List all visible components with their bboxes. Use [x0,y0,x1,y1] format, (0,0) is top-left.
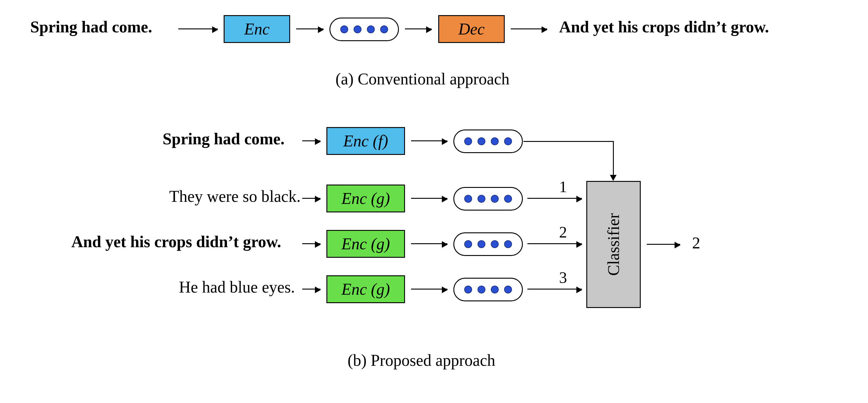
embedding-dot-icon [504,286,512,293]
embedding-dot-icon [464,240,472,248]
partb-encoder-g-label-2: Enc (g) [342,234,390,253]
partb-candidate-3-index: 3 [559,269,567,287]
arrow-parta-dec-to-output [511,28,547,29]
arrow-partb-c2-to-encg [302,243,320,244]
arrow-partb-input-to-encf [302,140,320,141]
arrow-parta-input-to-enc [178,28,218,29]
embedding-dot-icon [477,137,485,145]
partb-output-label: 2 [692,234,700,252]
arrow-partb-classifier-to-out [647,244,680,245]
embedding-dot-icon [477,286,485,293]
partb-candidate-2-index: 2 [559,223,567,241]
partb-encoder-g-label-3: Enc (g) [342,280,390,298]
embedding-dot-icon [340,25,348,33]
diagram-canvas: Spring had come. Enc Dec And yet his cro… [0,0,868,403]
arrowhead-down-icon [610,175,617,181]
embedding-dot-icon [491,195,499,203]
partb-embedding-g3 [453,278,523,301]
partb-classifier-box: Classifier [586,181,641,308]
parta-input-text: Spring had come. [30,18,152,36]
arrow-parta-emb-to-dec [405,28,432,29]
embedding-dot-icon [380,25,388,33]
embedding-dot-icon [464,195,472,203]
arrow-partb-c1-to-encg [302,198,320,199]
partb-caption: (b) Proposed approach [347,351,495,370]
elbow-h-partb-f [523,141,614,142]
parta-caption: (a) Conventional approach [336,69,509,88]
parta-output-text: And yet his crops didn’t grow. [559,18,769,36]
arrow-partb-encg1-to-emb [411,198,447,199]
embedding-dot-icon [491,240,499,248]
embedding-dot-icon [477,240,485,248]
arrow-partb-encf-to-emb [411,140,447,141]
partb-encoder-f-label: Enc (f) [343,132,388,150]
partb-encoder-g-box-1: Enc (g) [327,184,405,212]
partb-encoder-g-box-2: Enc (g) [327,230,405,258]
parta-decoder-box: Dec [438,15,505,43]
partb-embedding-g2 [453,232,523,256]
embedding-dot-icon [491,286,499,293]
partb-input-text: Spring had come. [163,130,285,148]
parta-embedding-vector [330,18,399,41]
partb-candidate-3-text: He had blue eyes. [179,278,295,296]
partb-classifier-label: Classifier [604,213,623,276]
partb-candidate-1-text: They were so black. [169,188,301,205]
partb-embedding-g1 [453,187,523,210]
parta-encoder-box: Enc [224,15,290,43]
partb-candidate-2-text: And yet his crops didn’t grow. [71,233,281,251]
embedding-dot-icon [353,25,362,33]
arrow-partb-emb2-to-classifier [527,243,582,244]
arrow-partb-emb1-to-classifier [527,198,582,199]
partb-encoder-f-box: Enc (f) [327,127,405,155]
partb-candidate-1-index: 1 [559,178,567,196]
arrow-partb-encg2-to-emb [411,243,447,244]
embedding-dot-icon [464,137,472,145]
embedding-dot-icon [464,286,472,293]
embedding-dot-icon [504,240,512,248]
embedding-dot-icon [504,137,512,145]
embedding-dot-icon [367,25,375,33]
parta-decoder-label: Dec [459,20,485,38]
partb-encoder-g-label-1: Enc (g) [342,189,390,208]
arrow-partb-encg3-to-emb [411,289,447,290]
embedding-dot-icon [504,195,512,203]
elbow-v-partb-f [613,141,614,175]
embedding-dot-icon [477,195,485,203]
arrow-parta-enc-to-emb [296,28,323,29]
arrow-partb-emb3-to-classifier [527,289,582,290]
arrow-partb-c3-to-encg [302,289,320,290]
embedding-dot-icon [491,137,499,145]
partb-embedding-f [453,129,523,153]
partb-encoder-g-box-3: Enc (g) [327,275,405,303]
parta-encoder-label: Enc [244,20,270,38]
